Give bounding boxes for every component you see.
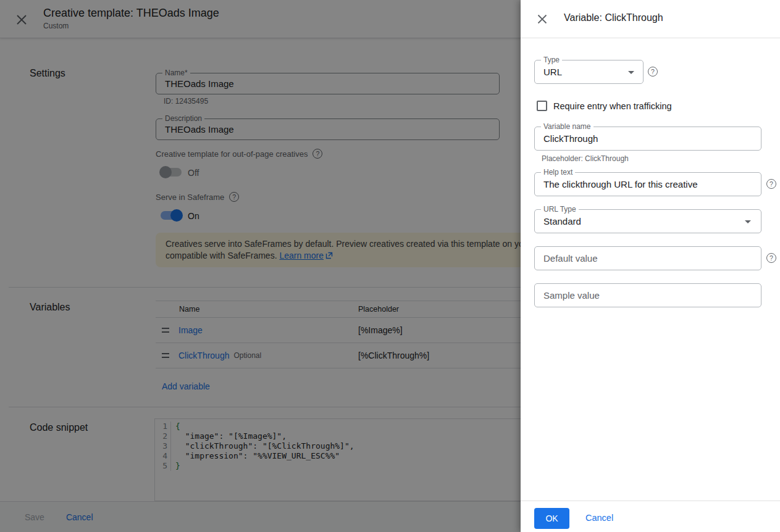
require-entry-checkbox[interactable] bbox=[537, 101, 547, 111]
help-text-field[interactable]: Help text bbox=[534, 172, 761, 196]
chevron-down-icon bbox=[628, 71, 634, 74]
default-value-field[interactable] bbox=[534, 246, 761, 270]
help-icon[interactable]: ? bbox=[766, 179, 776, 189]
default-value-input[interactable] bbox=[535, 247, 761, 270]
sample-value-field[interactable] bbox=[534, 283, 761, 307]
help-icon[interactable]: ? bbox=[766, 253, 776, 263]
variable-edit-panel: Variable: ClickThrough Type URL ? Requir… bbox=[521, 0, 780, 532]
help-text-input[interactable] bbox=[535, 173, 761, 196]
variable-name-field[interactable]: Variable name bbox=[534, 127, 761, 151]
type-select[interactable]: Type URL bbox=[534, 60, 644, 84]
panel-footer-divider bbox=[521, 501, 780, 501]
sample-value-input[interactable] bbox=[535, 284, 761, 307]
panel-cancel-button[interactable]: Cancel bbox=[585, 513, 613, 523]
help-icon[interactable]: ? bbox=[648, 67, 658, 77]
url-type-value: Standard bbox=[535, 210, 761, 233]
type-select-value: URL bbox=[535, 60, 643, 83]
panel-close-icon[interactable] bbox=[536, 13, 548, 25]
variable-name-input[interactable] bbox=[535, 127, 761, 150]
url-type-select[interactable]: URL Type Standard bbox=[534, 209, 761, 233]
require-entry-label: Require entry when trafficking bbox=[553, 101, 672, 111]
ok-button[interactable]: OK bbox=[534, 508, 569, 529]
placeholder-helper: Placeholder: ClickThrough bbox=[542, 154, 629, 163]
panel-title: Variable: ClickThrough bbox=[564, 12, 663, 23]
chevron-down-icon bbox=[745, 220, 751, 223]
panel-header: Variable: ClickThrough bbox=[521, 0, 780, 38]
